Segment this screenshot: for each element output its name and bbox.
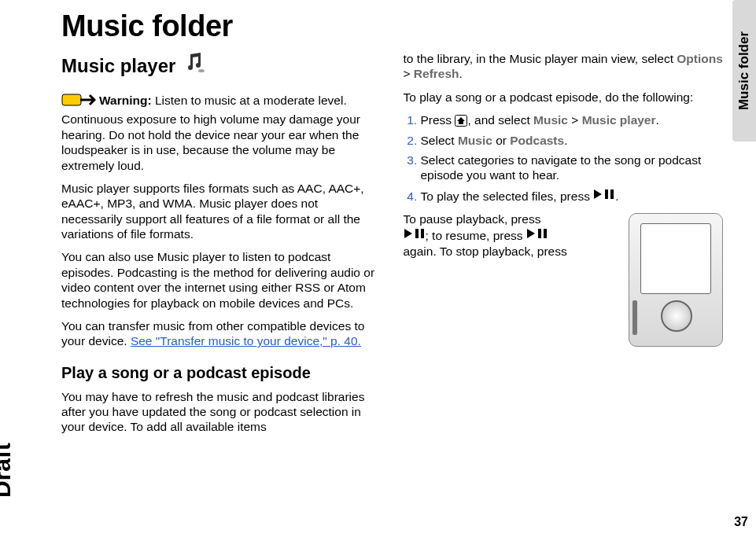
step-1: Press , and select Music > Music player. <box>421 112 724 127</box>
pause-text-b: ; to resume, press <box>426 229 526 242</box>
step1-text-b: , and select <box>467 113 533 127</box>
menu-refresh: Refresh <box>414 67 459 80</box>
svg-rect-4 <box>415 229 419 238</box>
pause-text-c: again. To stop playback, press <box>404 245 567 258</box>
play-pause-icon-3 <box>526 227 548 242</box>
svg-rect-0 <box>62 94 81 105</box>
warning-icon <box>61 91 96 112</box>
play-pause-icon-2 <box>404 227 426 242</box>
para-play-intro: To play a song or a podcast episode, do … <box>404 90 724 105</box>
sep-gt-1: > <box>404 67 414 80</box>
para-podcast: You can also use Music player to listen … <box>61 249 382 311</box>
left-column: Music player Warning: Listen to music at… <box>61 51 382 443</box>
section-heading-music-player: Music player <box>61 51 382 80</box>
warning-label: Warning: <box>99 94 152 107</box>
play-pause-icon <box>593 188 615 203</box>
pause-block: To pause playback, press ; to resume, pr… <box>404 211 724 259</box>
step4-text-a: To play the selected files, press <box>421 189 594 203</box>
device-button <box>661 300 692 332</box>
menu-music-2: Music <box>458 134 492 147</box>
draft-watermark: Draft <box>0 443 16 498</box>
page-number: 37 <box>734 515 748 529</box>
svg-rect-6 <box>538 229 541 238</box>
device-screen <box>640 223 711 294</box>
music-note-icon <box>182 51 205 80</box>
menu-options: Options <box>677 52 723 65</box>
device-illustration <box>629 213 723 347</box>
step-4: To play the selected files, press . <box>421 188 724 204</box>
subsection-heading: Play a song or a podcast episode <box>61 363 382 383</box>
step2-end: . <box>564 134 567 147</box>
menu-music-1: Music <box>533 113 568 127</box>
step1-end: . <box>656 113 659 127</box>
para-transfer: You can transfer music from other compat… <box>61 318 382 349</box>
menu-music-player: Music player <box>582 113 656 127</box>
device-side-buttons <box>632 300 637 335</box>
pause-text-a: To pause playback, press <box>404 212 541 226</box>
link-transfer-music[interactable]: See "Transfer music to your device," p. … <box>131 334 361 348</box>
svg-rect-5 <box>421 229 424 238</box>
side-tab: Music folder <box>732 0 756 142</box>
svg-rect-2 <box>605 189 608 199</box>
para-refresh: You may have to refresh the music and po… <box>61 389 382 435</box>
svg-rect-7 <box>544 229 547 238</box>
step2-text-a: Select <box>421 134 458 147</box>
refresh-cont-end: . <box>459 67 463 80</box>
step-3: Select categories to navigate to the son… <box>421 153 724 183</box>
step2-or: or <box>492 134 510 147</box>
para-formats: Music player supports files formats such… <box>61 181 382 242</box>
warning-paragraph: Warning: Listen to music at a moderate l… <box>61 91 382 173</box>
home-key-icon <box>455 115 467 127</box>
step4-end: . <box>615 189 618 203</box>
right-column: to the library, in the Music player main… <box>404 51 724 443</box>
menu-podcasts: Podcasts <box>510 134 564 147</box>
refresh-cont-text: to the library, in the Music player main… <box>404 52 677 65</box>
side-tab-label: Music folder <box>736 31 752 110</box>
page-title: Music folder <box>61 9 723 43</box>
step-2: Select Music or Podcasts. <box>421 133 724 148</box>
sep-gt-2: > <box>568 113 582 127</box>
para-refresh-cont: to the library, in the Music player main… <box>404 51 724 82</box>
steps-list: Press , and select Music > Music player.… <box>404 112 724 204</box>
svg-rect-3 <box>610 189 614 199</box>
step1-text-a: Press <box>421 113 455 127</box>
section-heading-text: Music player <box>61 54 175 78</box>
